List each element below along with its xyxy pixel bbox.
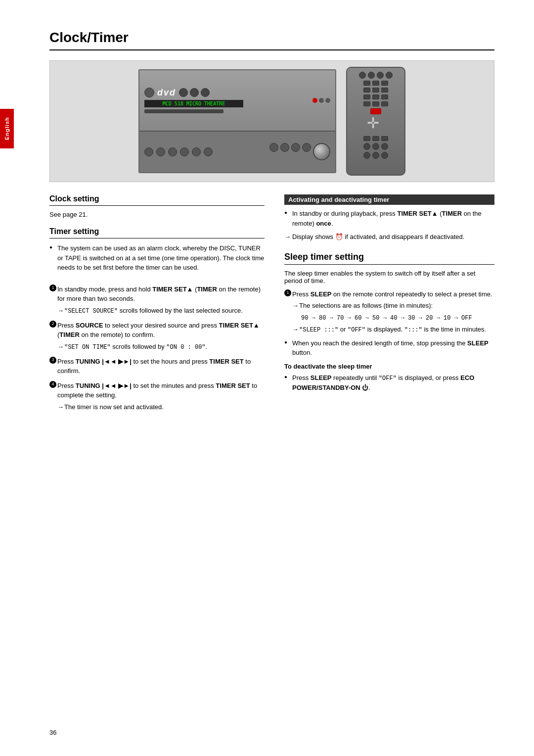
sleep-timer-intro: The sleep timer enables the system to sw… [284, 270, 494, 284]
r-btn-3 [381, 81, 388, 86]
step-1-arrow-text: "SELECT SOURCE" [64, 308, 118, 315]
remote-bottom-row2 [363, 152, 388, 159]
activating-timer-title: Activating and deactivating timer [284, 194, 494, 205]
remote-bottom-row [363, 143, 388, 150]
step-2-arrow: "SET ON TIME" scrolls followed by "ON 0 … [57, 342, 265, 352]
deactivate-text: Press SLEEP repeatedly until "OFF" is di… [292, 374, 474, 391]
timer-step-2: 2 Press SOURCE to select your desired so… [49, 321, 265, 352]
remote-num-row2 [363, 88, 388, 93]
timer-setting-section: Timer setting The system can be used as … [49, 227, 265, 412]
r-btn-b3 [381, 143, 388, 150]
sleep-timer-section: Sleep timer setting The sleep timer enab… [284, 252, 494, 393]
remote-top-buttons [359, 72, 393, 79]
page-title: Clock/Timer [49, 30, 494, 50]
r-btn-0 [372, 101, 379, 106]
r-btn-2 [372, 81, 379, 86]
activating-timer-arrow: Display shows ⏰ if activated, and disapp… [284, 232, 494, 242]
r-btn-7 [363, 94, 370, 99]
timer-steps-list: 1 In standby mode, press and hold TIMER … [49, 284, 265, 412]
left-col: Clock setting See page 21. Timer setting… [49, 194, 265, 417]
r-btn [368, 72, 375, 79]
clock-setting-section: Clock setting See page 21. [49, 194, 265, 218]
step-2-arrow-text: "SET ON TIME" [64, 344, 111, 351]
nav-cross [367, 116, 385, 134]
r-btn [377, 72, 384, 79]
disc-btn [291, 143, 300, 152]
page-number: 36 [49, 729, 56, 736]
small-btn [192, 147, 201, 156]
sleep-step-2: When you reach the desired length of tim… [284, 338, 494, 358]
small-btn [156, 147, 165, 156]
timer-step-4: 4 Press TUNING |◄◄ ▶►| to set the minute… [49, 381, 265, 412]
sleep-step-1: 1 Press SLEEP on the remote control repe… [284, 289, 494, 334]
sleep-step-1-num: 1 [284, 289, 291, 296]
r-btn-1 [363, 81, 370, 86]
activating-timer-item: In standby or during playback, press TIM… [284, 209, 494, 228]
timer-setting-title: Timer setting [49, 227, 265, 238]
activating-timer-section: Activating and deactivating timer In sta… [284, 194, 494, 242]
remote-special-row [363, 101, 388, 106]
r-btn-5 [372, 88, 379, 93]
clock-setting-title: Clock setting [49, 194, 265, 206]
timer-step-1: 1 In standby mode, press and hold TIMER … [49, 284, 265, 316]
deactivate-item: Press SLEEP repeatedly until "OFF" is di… [284, 373, 494, 393]
r-btn-8 [372, 94, 379, 99]
r-btn-pause [372, 136, 379, 141]
timer-intro-text: The system can be used as an alarm clock… [57, 244, 264, 271]
remote-nav-row [370, 108, 381, 114]
timer-step-3: 3 Press TUNING |◄◄ ▶►| to set the hours … [49, 357, 265, 376]
step-2-text: Press SOURCE to select your desired sour… [57, 322, 260, 339]
dvd-logo: dvd [157, 88, 176, 98]
deactivate-list: Press SLEEP repeatedly until "OFF" is di… [284, 373, 494, 393]
step-4-arrow: The timer is now set and activated. [57, 402, 265, 412]
main-unit-bottom [139, 132, 335, 172]
step-1-arrow: "SELECT SOURCE" scrolls followed by the … [57, 306, 265, 316]
r-btn-4 [363, 88, 370, 93]
right-col: Activating and deactivating timer In sta… [279, 194, 494, 417]
sleep-timer-list: 1 Press SLEEP on the remote control repe… [284, 289, 494, 358]
r-btn [359, 72, 366, 79]
r-btn-9 [381, 94, 388, 99]
sleep-step-1-text: Press SLEEP on the remote control repeat… [292, 290, 492, 298]
sleep-sequence: 90 → 80 → 70 → 60 → 50 → 40 → 30 → 20 → … [301, 314, 494, 323]
button-row [144, 147, 213, 156]
step-1-num: 1 [49, 284, 56, 291]
activating-timer-text: In standby or during playback, press TIM… [292, 210, 482, 227]
remote-num-row3 [363, 94, 388, 99]
step-2-num: 2 [49, 321, 56, 328]
page-container: English Clock/Timer dvd MCD 518 M [0, 0, 534, 756]
small-btn [180, 147, 189, 156]
english-tab: English [0, 109, 14, 148]
activating-timer-list: In standby or during playback, press TIM… [284, 209, 494, 228]
small-btn [144, 147, 153, 156]
prog-btn [280, 143, 289, 152]
r-btn-wide [370, 108, 381, 114]
timer-intro-item: The system can be used as an alarm clock… [49, 243, 265, 273]
remote-num-row1 [363, 81, 388, 86]
device-image-area: dvd MCD 518 MICRO THEATRE [49, 60, 494, 182]
main-unit-image: dvd MCD 518 MICRO THEATRE [138, 69, 336, 173]
r-btn-misc1 [363, 101, 370, 106]
r-btn-stop [381, 136, 388, 141]
deactivate-title: To deactivate the sleep timer [284, 363, 494, 370]
r-btn-b5 [372, 152, 379, 159]
cd-slot [144, 109, 223, 113]
sleep-step-1-arrow: The selections are as follows (time in m… [292, 301, 494, 311]
sleep-timer-title: Sleep timer setting [284, 252, 494, 265]
step-3-text: Press TUNING |◄◄ ▶►| to set the hours an… [57, 358, 251, 375]
remote-playback-row [363, 136, 388, 141]
timer-setting-list: The system can be used as an alarm clock… [49, 243, 265, 273]
source-btn [269, 143, 278, 152]
step-4-text: Press TUNING |◄◄ ▶►| to set the minutes … [57, 382, 257, 399]
r-btn-b6 [381, 152, 388, 159]
r-btn-b4 [363, 152, 370, 159]
r-btn-play [363, 136, 370, 141]
two-col-layout: Clock setting See page 21. Timer setting… [49, 194, 494, 417]
sleep-sequence-arrow: "SLEEP :::" or "OFF" is displayed. ":::"… [292, 325, 494, 334]
r-btn [386, 72, 393, 79]
remote-unit-image [346, 67, 405, 176]
r-btn-b1 [363, 143, 370, 150]
small-btn [204, 147, 213, 156]
clock-see-page: See page 21. [49, 211, 265, 218]
step-1-text: In standby mode, press and hold TIMER SE… [57, 285, 261, 303]
